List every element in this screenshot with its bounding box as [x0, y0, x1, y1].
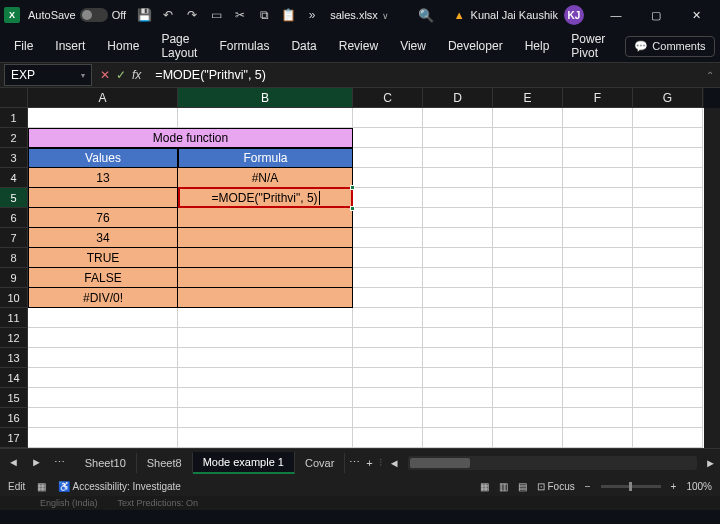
tab-data[interactable]: Data	[289, 33, 318, 59]
tab-power-pivot[interactable]: Power Pivot	[569, 26, 607, 66]
view-layout-icon[interactable]: ▥	[499, 481, 508, 492]
row-header[interactable]: 3	[0, 148, 28, 168]
more-icon[interactable]: »	[304, 7, 320, 23]
scroll-right-icon[interactable]: ►	[705, 457, 716, 469]
zoom-in-icon[interactable]: +	[671, 481, 677, 492]
cell-b10[interactable]	[178, 288, 353, 308]
scroll-left-icon[interactable]: ◄	[389, 457, 400, 469]
view-normal-icon[interactable]: ▦	[480, 481, 489, 492]
row-header[interactable]: 9	[0, 268, 28, 288]
zoom-level[interactable]: 100%	[686, 481, 712, 492]
tab-page-layout[interactable]: Page Layout	[159, 26, 199, 66]
cut-icon[interactable]: ✂	[232, 7, 248, 23]
sheet-tab[interactable]: Sheet10	[75, 453, 137, 473]
copy-icon[interactable]: ⧉	[256, 7, 272, 23]
fill-handle[interactable]	[350, 206, 355, 211]
expand-formula-icon[interactable]: ⌃	[700, 70, 720, 81]
undo-icon[interactable]: ↶	[160, 7, 176, 23]
tab-file[interactable]: File	[12, 33, 35, 59]
sheet-tab[interactable]: Covar	[295, 453, 345, 473]
col-header-c[interactable]: C	[353, 88, 423, 108]
col-header-e[interactable]: E	[493, 88, 563, 108]
user-account[interactable]: Kunal Jai Kaushik KJ	[471, 5, 584, 25]
formula-input[interactable]: =MODE("Prithvi", 5)	[149, 68, 700, 82]
zoom-slider[interactable]	[601, 485, 661, 488]
vertical-scrollbar[interactable]	[704, 108, 720, 448]
cell-a4[interactable]: 13	[28, 168, 178, 188]
cell-a3[interactable]: Values	[28, 148, 178, 168]
search-icon[interactable]: 🔍	[418, 8, 434, 23]
view-break-icon[interactable]: ▤	[518, 481, 527, 492]
row-header[interactable]: 17	[0, 428, 28, 448]
tab-view[interactable]: View	[398, 33, 428, 59]
sheet-prev-icon[interactable]: ◄	[4, 454, 23, 471]
comments-button[interactable]: 💬 Comments	[625, 36, 714, 57]
col-header-a[interactable]: A	[28, 88, 178, 108]
tab-help[interactable]: Help	[523, 33, 552, 59]
chevron-down-icon[interactable]: ▾	[81, 71, 85, 80]
col-header-g[interactable]: G	[633, 88, 703, 108]
save-icon[interactable]: 💾	[136, 7, 152, 23]
row-header[interactable]: 16	[0, 408, 28, 428]
row-header[interactable]: 13	[0, 348, 28, 368]
row-header[interactable]: 15	[0, 388, 28, 408]
row-header[interactable]: 1	[0, 108, 28, 128]
cell-b8[interactable]	[178, 248, 353, 268]
enter-icon[interactable]: ✓	[116, 68, 126, 82]
cell-a9[interactable]: FALSE	[28, 268, 178, 288]
col-header-b[interactable]: B	[178, 88, 353, 108]
cell-b6[interactable]	[178, 208, 353, 228]
row-header[interactable]: 2	[0, 128, 28, 148]
sheet-tab[interactable]: Sheet8	[137, 453, 193, 473]
row-header[interactable]: 8	[0, 248, 28, 268]
tab-formulas[interactable]: Formulas	[217, 33, 271, 59]
filename[interactable]: sales.xlsx∨	[330, 9, 389, 21]
row-header[interactable]: 11	[0, 308, 28, 328]
cell-a6[interactable]: 76	[28, 208, 178, 228]
cell-a5[interactable]	[28, 188, 178, 208]
cell-b4[interactable]: #N/A	[178, 168, 353, 188]
horizontal-scrollbar[interactable]	[408, 456, 697, 470]
cell-b9[interactable]	[178, 268, 353, 288]
row-header[interactable]: 14	[0, 368, 28, 388]
fill-handle[interactable]	[350, 185, 355, 190]
tab-insert[interactable]: Insert	[53, 33, 87, 59]
sheet-more-icon[interactable]: ⋯	[50, 454, 69, 471]
cell-a7[interactable]: 34	[28, 228, 178, 248]
col-header-f[interactable]: F	[563, 88, 633, 108]
row-header[interactable]: 5	[0, 188, 28, 208]
sheet-next-icon[interactable]: ►	[27, 454, 46, 471]
sheet-overflow-icon[interactable]: ⋯	[349, 456, 360, 469]
focus-label[interactable]: ⊡ Focus	[537, 481, 575, 492]
autosave-toggle[interactable]: AutoSave Off	[28, 8, 126, 22]
maximize-button[interactable]: ▢	[636, 0, 676, 30]
row-header[interactable]: 12	[0, 328, 28, 348]
qat-icon[interactable]: ▭	[208, 7, 224, 23]
row-header[interactable]: 4	[0, 168, 28, 188]
redo-icon[interactable]: ↷	[184, 7, 200, 23]
tab-developer[interactable]: Developer	[446, 33, 505, 59]
zoom-out-icon[interactable]: −	[585, 481, 591, 492]
toggle-icon[interactable]	[80, 8, 108, 22]
cell-b7[interactable]	[178, 228, 353, 248]
row-header[interactable]: 10	[0, 288, 28, 308]
tab-review[interactable]: Review	[337, 33, 380, 59]
fx-icon[interactable]: fx	[132, 68, 141, 82]
close-button[interactable]: ✕	[676, 0, 716, 30]
row-header[interactable]: 7	[0, 228, 28, 248]
paste-icon[interactable]: 📋	[280, 7, 296, 23]
tab-home[interactable]: Home	[105, 33, 141, 59]
select-all-corner[interactable]	[0, 88, 28, 108]
accessibility-status[interactable]: ♿ Accessibility: Investigate	[58, 481, 181, 492]
cell-b3[interactable]: Formula	[178, 148, 353, 168]
cell-a10[interactable]: #DIV/0!	[28, 288, 178, 308]
cell-a2b2-merged[interactable]: Mode function	[28, 128, 353, 148]
col-header-d[interactable]: D	[423, 88, 493, 108]
active-cell-editor[interactable]: =MODE("Prithvi", 5)	[178, 187, 353, 208]
cell-a8[interactable]: TRUE	[28, 248, 178, 268]
row-header[interactable]: 6	[0, 208, 28, 228]
new-sheet-icon[interactable]: +	[366, 457, 372, 469]
name-box[interactable]: EXP▾	[4, 64, 92, 86]
cells-area[interactable]: Mode function ValuesFormula 13#N/A 76 34…	[28, 108, 704, 448]
sheet-tab-active[interactable]: Mode example 1	[193, 452, 295, 474]
